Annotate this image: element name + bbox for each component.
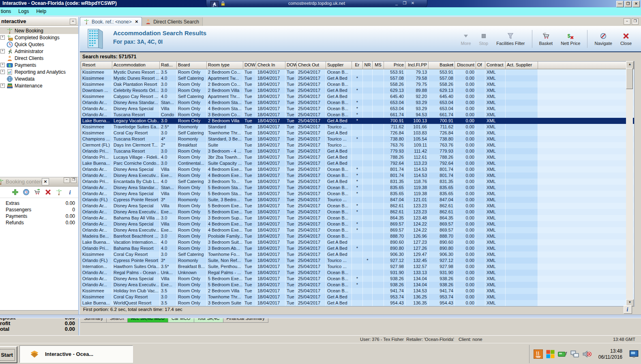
sidebar-item-completed-bookings[interactable]: +Completed Bookings xyxy=(0,34,78,41)
maximize-button[interactable]: ❐ xyxy=(624,1,632,7)
scrollbar-thumb[interactable] xyxy=(626,68,633,89)
close-icon[interactable]: ✕ xyxy=(135,19,138,24)
start-button[interactable]: Start xyxy=(0,346,17,363)
rdp-restore-button[interactable]: ❐ xyxy=(402,1,407,5)
column-header-ms[interactable]: MS xyxy=(373,62,384,69)
sidebar-item-maintenance[interactable]: +Maintenance xyxy=(0,82,78,89)
result-row[interactable]: Orlando Ar...Regal Palms - Ocean ...Unk.… xyxy=(81,270,634,276)
result-row[interactable]: Orlando Ar...Disney Area Executiv...Exe.… xyxy=(81,227,634,233)
tab-direct-clients-search[interactable]: Direct Clients Search xyxy=(142,17,203,26)
sidebar-item-viewdata[interactable]: Viewdata xyxy=(0,75,78,82)
result-row[interactable]: KissimmeeCoral Cay Resort3.0Room OnlyTow… xyxy=(81,294,634,300)
menu-item-tions[interactable]: tions xyxy=(0,8,14,15)
sidebar-item-reporting-and-analytics[interactable]: +Reporting and Analytics xyxy=(0,68,78,75)
result-row[interactable]: Lake Buena...WorldQuest Resort3.5Room On… xyxy=(81,300,634,306)
cart-transfer-icon[interactable] xyxy=(34,189,41,196)
result-row[interactable]: Orlando Ar...Disney Area Executiv...Exe.… xyxy=(81,209,634,215)
result-row[interactable]: KissimmeeOak Plantation Resort3.0Room On… xyxy=(81,81,634,87)
info-icon[interactable]: i xyxy=(66,189,73,196)
column-header-contract[interactable]: Contract xyxy=(485,62,506,69)
result-row[interactable]: KissimmeeCoral Cay Resort3.0Self Caterin… xyxy=(81,130,634,136)
sidebar-item-direct-clients[interactable]: Direct Clients xyxy=(0,55,78,62)
result-row[interactable]: KissimmeeMystic Dunes Resort ...3.5Room … xyxy=(81,69,634,75)
sidebar-item-administrator[interactable]: +Administrator xyxy=(0,48,78,55)
result-row[interactable]: Orlando Ar...Disney Area Standar...Stan.… xyxy=(81,100,634,106)
column-header-resort[interactable]: Resort xyxy=(81,62,112,69)
column-header-discount[interactable]: Discount xyxy=(455,62,476,69)
facilities-filter-button[interactable]: Facilities Filter xyxy=(493,28,528,49)
win-tray-icon[interactable] xyxy=(546,349,555,359)
scroll-up-icon[interactable]: ▲ xyxy=(626,61,634,68)
result-row[interactable]: KissimmeeCoral Cay Resort3.0Self Caterin… xyxy=(81,251,634,258)
clock-globe-icon[interactable] xyxy=(23,189,30,196)
basket-button[interactable]: Basket xyxy=(536,28,557,49)
column-header-room-type[interactable]: Room type xyxy=(207,62,243,69)
column-header-board[interactable]: Board xyxy=(177,62,207,69)
nett-price-button[interactable]: $Nett Price xyxy=(557,28,584,49)
result-row[interactable]: Champions ...Tuscana Resort4*RoomonlySta… xyxy=(81,136,634,142)
result-row[interactable]: Orlando Pri...Tuscana Resort3.0Room Only… xyxy=(81,148,634,154)
expand-icon[interactable]: + xyxy=(0,49,5,53)
close-icon[interactable]: ✕ xyxy=(42,178,49,185)
column-header-act-supplier[interactable]: Act. Supplier xyxy=(506,62,538,69)
column-header-dow[interactable]: DOW xyxy=(243,62,256,69)
collapse-icon[interactable]: − xyxy=(70,19,76,25)
add-icon[interactable] xyxy=(12,189,19,196)
result-row[interactable]: Downtown ...Celebrity Resorts Orl...3.0R… xyxy=(81,87,634,94)
minimize-panel-button[interactable]: − xyxy=(624,18,630,25)
column-header-basket[interactable]: Basket▼ xyxy=(429,62,455,69)
navigate-button[interactable]: Navigate xyxy=(591,28,615,49)
expand-icon[interactable]: + xyxy=(0,35,5,40)
mute-tray-icon[interactable] xyxy=(582,349,592,359)
column-header-nr[interactable]: NR xyxy=(363,62,373,69)
sidebar-item-quick-quotes[interactable]: Quick Quotes xyxy=(0,41,78,48)
network-tray-icon[interactable] xyxy=(570,349,579,359)
palm-icon[interactable] xyxy=(56,189,62,196)
column-header-of[interactable]: Of xyxy=(476,62,485,69)
column-header-check-out[interactable]: Check Out xyxy=(297,62,326,69)
column-header-accommodation[interactable]: Accommodation xyxy=(112,62,160,69)
close-button[interactable]: Close xyxy=(617,28,635,49)
expand-icon[interactable]: + xyxy=(0,83,5,88)
tab-book-ref-none[interactable]: Book. ref.: <none>✕ xyxy=(80,17,142,26)
result-row[interactable]: KissimmeeHoliday Inn Club Vac...3.5Room … xyxy=(81,288,634,294)
restore-panel-button[interactable]: ❐ xyxy=(71,177,77,183)
menu-item-help[interactable]: Help xyxy=(35,8,49,15)
result-row[interactable]: Orlando Ar...Disney Area SpecialVillaRoo… xyxy=(81,191,634,197)
result-row[interactable]: KissimmeeCalypso Cay Resort ...4.0Self C… xyxy=(81,94,634,100)
result-row[interactable]: Orlando Pri...Bahama Bay Resort4.0Room O… xyxy=(81,245,634,251)
desktop-tray-icon[interactable] xyxy=(629,349,639,359)
info-button[interactable]: i xyxy=(624,305,632,314)
result-row[interactable]: Orlando Ar...Disney Area SpecialVillaRoo… xyxy=(81,203,634,209)
result-row[interactable]: Clermont (FL)Days Inn Clermont T...2*Bre… xyxy=(81,142,634,148)
column-header-incl-fl-pp[interactable]: Incl.Fl.PP xyxy=(405,62,429,69)
menu-item-logs[interactable]: Logs xyxy=(17,8,32,15)
close-button[interactable]: ✕ xyxy=(632,1,640,7)
column-header-dow[interactable]: DOW xyxy=(285,62,297,69)
minimize-button[interactable]: — xyxy=(616,1,624,7)
sidebar-item-new-booking[interactable]: New Booking xyxy=(0,27,78,34)
vertical-scrollbar[interactable]: ▲ ▼ xyxy=(626,61,633,307)
result-row[interactable]: Orlando Pri...Lucaya Village - Fideli...… xyxy=(81,154,634,160)
expand-icon[interactable]: + xyxy=(0,70,5,74)
result-row[interactable]: KissimmeeMystic Dunes Resort ...4.0Self … xyxy=(81,75,634,81)
result-row[interactable]: Internation...Hawthorn Suites Orla...3.5… xyxy=(81,264,634,270)
result-row[interactable]: Orlando Ar...Bahama Bay All Villa ...3.0… xyxy=(81,215,634,221)
taskbar-task-button[interactable]: Interactive - Ocea... xyxy=(19,345,133,363)
rdp-close-button[interactable]: ✕ xyxy=(410,1,416,5)
rdp-minimize-button[interactable]: _ xyxy=(394,1,399,5)
result-row[interactable]: Orlando Ar...Disney Area SpecialVillaRoo… xyxy=(81,221,634,227)
result-row[interactable]: Orlando Ar...Disney Area SpecialVillaRoo… xyxy=(81,276,634,282)
column-header-rati[interactable]: Rati... xyxy=(160,62,177,69)
result-row[interactable]: Orlando Pri...Encantada By Club L...4.0S… xyxy=(81,179,634,185)
result-row[interactable]: Lake Buena...Legacy Vacation Club...3.0R… xyxy=(81,118,634,124)
result-row[interactable]: Orlando (FL)Cypress Pointe Resort3*Roomo… xyxy=(81,197,634,203)
result-row[interactable]: Madeira Be...Barefoot Beachfront ...3.0R… xyxy=(81,233,634,239)
column-header-er[interactable]: Er xyxy=(352,62,363,69)
result-row[interactable]: Orlando Ar...Disney Area SpecialVillaRoo… xyxy=(81,166,634,172)
sidebar-item-payments[interactable]: +$Payments xyxy=(0,62,78,68)
column-header-price[interactable]: Price xyxy=(384,62,405,69)
result-row[interactable]: Orlando Ar...Disney Area Executiv...Exe.… xyxy=(81,172,634,179)
result-row[interactable]: Lake Buena...Vacation Internation...4.0R… xyxy=(81,239,634,245)
java-tray-icon[interactable] xyxy=(534,349,543,359)
